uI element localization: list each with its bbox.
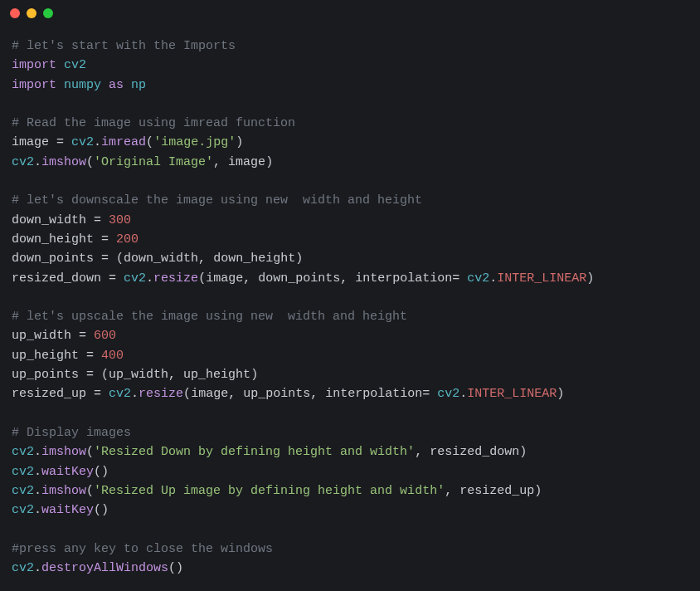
code-line: cv2.waitKey()	[12, 462, 688, 481]
identifier: down_height	[12, 232, 94, 247]
identifier: up_points	[12, 368, 79, 382]
identifier: image	[191, 387, 228, 401]
object: cv2	[12, 465, 34, 479]
code-line	[12, 288, 688, 307]
number: 600	[94, 329, 116, 343]
code-line: down_points = (down_width, down_height)	[12, 249, 688, 268]
identifier: down_height	[213, 252, 295, 266]
code-line: import cv2	[12, 56, 688, 75]
identifier: down_width	[12, 213, 86, 227]
code-line: cv2.waitKey()	[12, 501, 688, 520]
string: 'image.jpg'	[153, 135, 236, 149]
maximize-icon[interactable]	[43, 8, 53, 18]
number: 200	[116, 232, 139, 247]
code-line: #press any key to close the windows	[12, 540, 688, 559]
object: cv2	[467, 271, 489, 286]
code-line: down_height = 200	[12, 230, 688, 249]
identifier: image	[228, 155, 265, 169]
method: imshow	[41, 445, 86, 459]
identifier: image	[12, 135, 49, 149]
code-area: # let's start with the Importsimport cv2…	[0, 27, 700, 589]
identifier: resized_up	[12, 387, 86, 401]
identifier: up_points	[243, 387, 310, 401]
alias: np	[131, 78, 146, 92]
code-line: up_points = (up_width, up_height)	[12, 365, 688, 384]
module: cv2	[64, 58, 86, 72]
comment: # Read the image using imread function	[12, 116, 295, 130]
code-line	[12, 95, 688, 114]
method: destroyAllWindows	[41, 561, 168, 575]
object: cv2	[12, 503, 34, 517]
code-line: # let's upscale the image using new widt…	[12, 307, 688, 326]
object: cv2	[12, 484, 34, 498]
code-line	[12, 172, 688, 191]
method: resize	[153, 271, 198, 286]
number: 300	[109, 213, 131, 227]
code-line: # let's start with the Imports	[12, 37, 688, 56]
object: cv2	[71, 135, 94, 149]
window-titlebar	[0, 0, 700, 27]
comment: # let's downscale the image using new wi…	[12, 193, 422, 208]
number: 400	[101, 349, 124, 363]
string: 'Resized Down by defining height and wid…	[94, 445, 415, 459]
identifier: up_height	[12, 349, 79, 363]
method: waitKey	[41, 503, 94, 517]
object: cv2	[12, 561, 34, 575]
comment: # let's start with the Imports	[12, 39, 236, 53]
code-line: resized_up = cv2.resize(image, up_points…	[12, 384, 688, 403]
constant: INTER_LINEAR	[467, 387, 557, 401]
code-line: image = cv2.imread('image.jpg')	[12, 133, 688, 152]
kwarg: interpolation	[355, 271, 452, 286]
object: cv2	[124, 271, 146, 286]
kwarg: interpolation	[325, 387, 422, 401]
code-line: # Display images	[12, 423, 688, 442]
identifier: up_width	[12, 329, 71, 343]
object: cv2	[437, 387, 459, 401]
identifier: up_width	[109, 368, 168, 382]
code-line: # let's downscale the image using new wi…	[12, 191, 688, 210]
keyword: import	[12, 78, 56, 92]
identifier: resized_down	[430, 445, 519, 459]
comment: # let's upscale the image using new widt…	[12, 310, 407, 324]
identifier: resized_up	[459, 484, 534, 498]
string: 'Resized Up image by defining height and…	[94, 484, 445, 498]
comment: #press any key to close the windows	[12, 542, 273, 556]
code-line: cv2.imshow('Resized Up image by defining…	[12, 481, 688, 501]
code-line	[12, 404, 688, 423]
code-line: up_width = 600	[12, 326, 688, 345]
method: resize	[139, 387, 183, 401]
identifier: down_points	[12, 252, 94, 266]
module: numpy	[64, 78, 101, 92]
code-line: import numpy as np	[12, 76, 688, 95]
method: waitKey	[41, 465, 94, 479]
method: imread	[101, 135, 146, 149]
close-icon[interactable]	[10, 8, 20, 18]
string: 'Original Image'	[94, 155, 213, 169]
object: cv2	[12, 445, 34, 459]
code-line: cv2.imshow('Resized Down by defining hei…	[12, 442, 688, 462]
identifier: resized_down	[12, 271, 101, 286]
identifier: down_points	[258, 271, 340, 286]
object: cv2	[109, 387, 131, 401]
method: imshow	[41, 155, 86, 169]
editor-window: # let's start with the Importsimport cv2…	[0, 0, 700, 591]
code-line: # Read the image using imread function	[12, 114, 688, 133]
code-line: up_height = 400	[12, 346, 688, 365]
comment: # Display images	[12, 426, 131, 440]
identifier: up_height	[183, 368, 250, 382]
code-line	[12, 520, 688, 539]
identifier: down_width	[124, 252, 198, 266]
identifier: image	[206, 271, 243, 286]
code-line: down_width = 300	[12, 211, 688, 230]
code-line: cv2.destroyAllWindows()	[12, 559, 688, 578]
object: cv2	[12, 155, 34, 169]
code-line: resized_down = cv2.resize(image, down_po…	[12, 269, 688, 288]
keyword: as	[109, 78, 124, 92]
minimize-icon[interactable]	[27, 8, 36, 18]
constant: INTER_LINEAR	[497, 271, 586, 286]
code-line: cv2.imshow('Original Image', image)	[12, 153, 688, 172]
keyword: import	[12, 58, 56, 72]
method: imshow	[41, 484, 86, 498]
